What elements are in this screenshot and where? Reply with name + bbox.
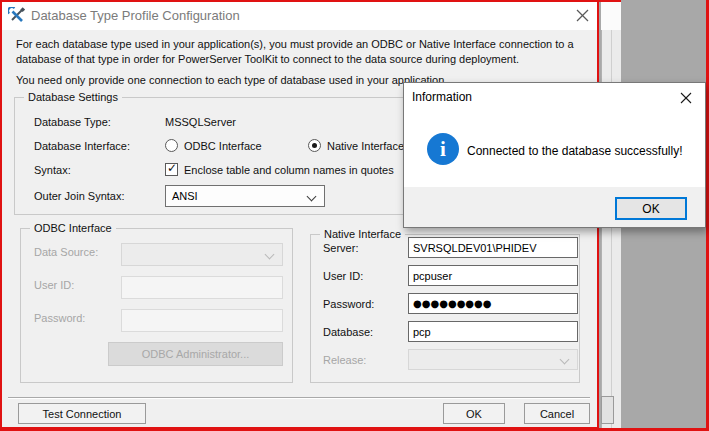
outer-join-syntax-combobox[interactable]: ANSI	[165, 185, 325, 207]
release-label: Release:	[323, 354, 366, 367]
native-interface-legend: Native Interface	[320, 228, 405, 241]
database-interface-label: Database Interface:	[34, 140, 130, 153]
frame-border-top-strip	[599, 0, 621, 2]
information-dialog-title: Information	[412, 90, 472, 104]
chevron-down-icon	[560, 355, 570, 365]
background-partial-button	[601, 396, 614, 424]
footer-separator-highlight	[8, 398, 590, 399]
test-connection-button[interactable]: Test Connection	[18, 403, 146, 424]
database-input[interactable]	[408, 321, 578, 342]
database-type-value: MSSQLServer	[165, 116, 236, 129]
chevron-down-icon	[307, 192, 317, 202]
close-icon[interactable]	[576, 9, 589, 22]
intro-paragraph-1: For each database type used in your appl…	[16, 37, 586, 67]
database-label: Database:	[323, 326, 373, 339]
native-interface-radio[interactable]	[308, 139, 321, 152]
odbc-user-id-input	[121, 276, 283, 299]
screen: Database Type Profile Configuration For …	[0, 0, 709, 431]
database-type-label: Database Type:	[34, 116, 111, 129]
odbc-user-id-label: User ID:	[34, 279, 74, 292]
background-window-strip-top	[601, 2, 621, 30]
information-ok-button[interactable]: OK	[615, 197, 687, 220]
server-label: Server:	[323, 242, 358, 255]
database-settings-legend: Database Settings	[24, 91, 122, 104]
ok-button[interactable]: OK	[443, 403, 505, 424]
data-source-combobox	[121, 243, 283, 266]
information-icon: i	[427, 133, 459, 165]
odbc-administrator-button: ODBC Administrator...	[108, 342, 283, 366]
information-message: Connected to the database successfully!	[467, 144, 682, 158]
chevron-down-icon	[265, 250, 275, 260]
odbc-password-label: Password:	[34, 312, 85, 325]
odbc-interface-radio-label[interactable]: ODBC Interface	[184, 140, 262, 153]
tools-icon	[8, 7, 25, 24]
outer-join-syntax-label: Outer Join Syntax:	[34, 190, 125, 203]
native-user-id-input[interactable]	[408, 265, 578, 286]
odbc-interface-radio[interactable]	[165, 139, 178, 152]
cancel-button[interactable]: Cancel	[524, 403, 590, 424]
native-password-input[interactable]	[408, 293, 578, 314]
odbc-interface-legend: ODBC Interface	[30, 222, 116, 235]
data-source-label: Data Source:	[34, 246, 98, 259]
information-dialog: Information i Connected to the database …	[403, 82, 706, 228]
information-icon-glyph: i	[440, 137, 446, 162]
outer-join-syntax-value: ANSI	[172, 190, 198, 202]
native-password-label: Password:	[323, 298, 374, 311]
syntax-label: Syntax:	[34, 164, 71, 177]
main-dialog-title: Database Type Profile Configuration	[31, 8, 240, 23]
release-combobox	[408, 349, 578, 370]
native-interface-radio-label[interactable]: Native Interface	[327, 140, 404, 153]
odbc-password-input	[121, 309, 283, 332]
server-input[interactable]	[408, 237, 578, 258]
syntax-checkbox-label[interactable]: Enclose table and column names in quotes	[184, 164, 394, 177]
native-user-id-label: User ID:	[323, 270, 363, 283]
syntax-checkbox[interactable]: ✓	[165, 163, 178, 176]
close-icon[interactable]	[680, 92, 692, 104]
